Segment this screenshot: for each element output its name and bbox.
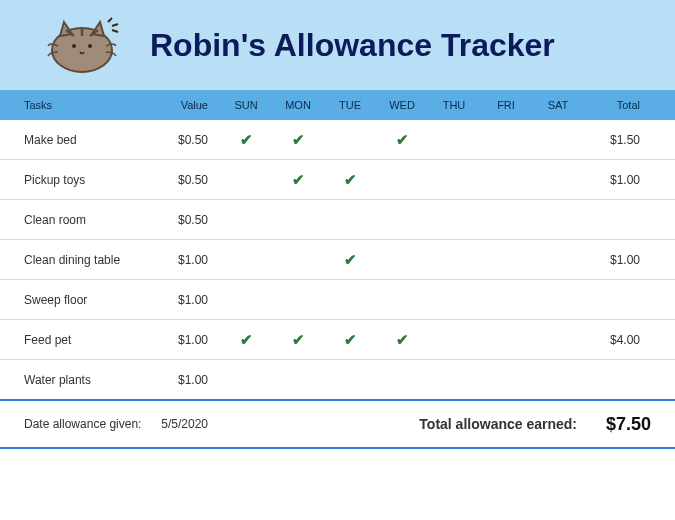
col-total: Total <box>584 99 664 111</box>
table-row: Make bed$0.50✔✔✔$1.50 <box>0 120 675 160</box>
row-total: $1.00 <box>584 253 664 267</box>
task-value: $1.00 <box>150 253 220 267</box>
page-title: Robin's Allowance Tracker <box>150 27 555 64</box>
cat-icon <box>30 16 140 74</box>
footer-row: Date allowance given: 5/5/2020 Total all… <box>0 399 675 449</box>
day-cell: ✔ <box>220 331 272 349</box>
header: Robin's Allowance Tracker <box>0 0 675 90</box>
row-total: $4.00 <box>584 333 664 347</box>
day-cell: ✔ <box>376 331 428 349</box>
col-value: Value <box>150 99 220 111</box>
col-day-sat: SAT <box>532 99 584 111</box>
task-value: $0.50 <box>150 173 220 187</box>
col-tasks: Tasks <box>0 99 150 111</box>
col-day-wed: WED <box>376 99 428 111</box>
table-row: Clean room$0.50 <box>0 200 675 240</box>
total-earned-label: Total allowance earned: <box>419 416 595 432</box>
day-cell: ✔ <box>272 331 324 349</box>
check-icon: ✔ <box>292 131 305 148</box>
task-value: $0.50 <box>150 213 220 227</box>
check-icon: ✔ <box>344 171 357 188</box>
svg-line-4 <box>112 24 118 26</box>
table-row: Sweep floor$1.00 <box>0 280 675 320</box>
task-rows: Make bed$0.50✔✔✔$1.50Pickup toys$0.50✔✔$… <box>0 120 675 400</box>
col-day-mon: MON <box>272 99 324 111</box>
task-name: Clean dining table <box>0 253 150 267</box>
day-cell: ✔ <box>376 131 428 149</box>
table-row: Water plants$1.00 <box>0 360 675 400</box>
col-day-fri: FRI <box>480 99 532 111</box>
col-day-sun: SUN <box>220 99 272 111</box>
svg-point-1 <box>72 44 76 48</box>
day-cell: ✔ <box>324 331 376 349</box>
svg-line-5 <box>112 30 118 32</box>
task-value: $1.00 <box>150 373 220 387</box>
day-cell: ✔ <box>220 131 272 149</box>
row-total: $1.50 <box>584 133 664 147</box>
table-row: Pickup toys$0.50✔✔$1.00 <box>0 160 675 200</box>
column-header-row: Tasks Value SUN MON TUE WED THU FRI SAT … <box>0 90 675 120</box>
task-name: Clean room <box>0 213 150 227</box>
check-icon: ✔ <box>292 171 305 188</box>
task-name: Water plants <box>0 373 150 387</box>
check-icon: ✔ <box>396 131 409 148</box>
task-name: Pickup toys <box>0 173 150 187</box>
task-value: $1.00 <box>150 333 220 347</box>
table-row: Clean dining table$1.00✔$1.00 <box>0 240 675 280</box>
check-icon: ✔ <box>344 251 357 268</box>
task-name: Make bed <box>0 133 150 147</box>
check-icon: ✔ <box>292 331 305 348</box>
check-icon: ✔ <box>240 331 253 348</box>
task-value: $0.50 <box>150 133 220 147</box>
row-total: $1.00 <box>584 173 664 187</box>
task-name: Feed pet <box>0 333 150 347</box>
day-cell: ✔ <box>324 251 376 269</box>
check-icon: ✔ <box>240 131 253 148</box>
check-icon: ✔ <box>344 331 357 348</box>
total-earned-value: $7.50 <box>595 414 675 435</box>
date-label: Date allowance given: <box>0 417 150 431</box>
col-day-tue: TUE <box>324 99 376 111</box>
task-value: $1.00 <box>150 293 220 307</box>
day-cell: ✔ <box>272 171 324 189</box>
svg-point-2 <box>88 44 92 48</box>
table-row: Feed pet$1.00✔✔✔✔$4.00 <box>0 320 675 360</box>
task-name: Sweep floor <box>0 293 150 307</box>
date-value: 5/5/2020 <box>150 417 220 431</box>
col-day-thu: THU <box>428 99 480 111</box>
day-cell: ✔ <box>324 171 376 189</box>
check-icon: ✔ <box>396 331 409 348</box>
day-cell: ✔ <box>272 131 324 149</box>
svg-line-3 <box>108 18 112 22</box>
